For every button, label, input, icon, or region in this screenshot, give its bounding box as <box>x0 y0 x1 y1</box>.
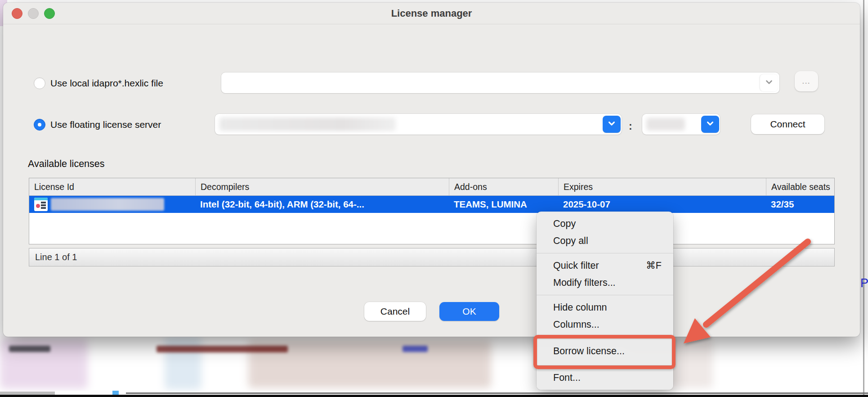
redacted-license-id <box>51 198 164 211</box>
screen-bottom-bar <box>0 395 868 397</box>
column-header-available-seats[interactable]: Available seats <box>766 178 834 195</box>
local-file-dropdown-button[interactable] <box>760 74 778 91</box>
radio-local-file-label: Use local idapro*.hexlic file <box>50 77 163 89</box>
server-host-dropdown-button[interactable] <box>603 116 621 133</box>
menu-item-copy-all[interactable]: Copy all <box>537 232 673 249</box>
cell-addons: TEAMS, LUMINA <box>449 196 558 213</box>
chevron-down-icon <box>607 118 617 130</box>
cancel-button[interactable]: Cancel <box>364 302 426 321</box>
radio-floating-server-label: Use floating license server <box>50 119 161 131</box>
browse-file-button[interactable]: ... <box>795 71 818 91</box>
chevron-down-icon <box>764 77 774 89</box>
menu-item-quick-filter[interactable]: Quick filter ⌘F <box>537 257 673 274</box>
cell-license-id <box>29 196 195 213</box>
ok-button[interactable]: OK <box>439 302 499 321</box>
annotation-highlight-box <box>533 335 676 369</box>
menu-separator <box>537 253 673 253</box>
column-header-decompilers[interactable]: Decompilers <box>195 178 449 195</box>
clipped-background-letter: P <box>860 276 868 290</box>
table-row-selected[interactable]: Intel (32-bit, 64-bit), ARM (32-bit, 64-… <box>29 196 834 213</box>
cell-available-seats: 32/35 <box>766 196 834 213</box>
column-header-expires[interactable]: Expires <box>558 178 766 195</box>
menu-separator <box>537 295 673 295</box>
titlebar[interactable]: License manager <box>3 3 860 24</box>
redacted-server-host <box>219 117 396 131</box>
redacted-server-port <box>646 118 685 131</box>
cell-decompilers: Intel (32-bit, 64-bit), ARM (32-bit, 64-… <box>195 196 449 213</box>
annotation-arrow <box>675 230 819 356</box>
server-host-combobox[interactable] <box>215 114 622 135</box>
radio-floating-server[interactable] <box>34 119 45 131</box>
window-title: License manager <box>3 8 860 19</box>
license-card-icon <box>34 198 48 211</box>
cell-expires: 2025-10-07 <box>558 196 766 213</box>
menu-item-modify-filters[interactable]: Modify filters... <box>537 274 673 291</box>
chevron-down-icon <box>705 118 715 130</box>
column-header-addons[interactable]: Add-ons <box>449 178 558 195</box>
line-count-text: Line 1 of 1 <box>35 252 77 262</box>
blurred-background-text <box>157 346 288 352</box>
menu-item-copy[interactable]: Copy <box>537 215 673 232</box>
host-port-separator: : <box>629 120 632 132</box>
server-port-dropdown-button[interactable] <box>701 116 719 133</box>
menu-item-hide-column[interactable]: Hide column <box>537 299 673 316</box>
radio-local-file[interactable] <box>34 77 45 89</box>
table-header-row: License Id Decompilers Add-ons Expires A… <box>29 178 834 196</box>
connect-button[interactable]: Connect <box>751 114 824 134</box>
blurred-background-blob <box>165 337 201 390</box>
background-divider-line <box>126 392 868 394</box>
shortcut-label: ⌘F <box>646 257 662 274</box>
background-window-edge <box>863 0 864 395</box>
ellipsis-icon: ... <box>802 77 811 85</box>
menu-item-font[interactable]: Font... <box>537 369 673 386</box>
column-header-license-id[interactable]: License Id <box>29 178 195 195</box>
blurred-background-text <box>403 346 428 352</box>
blurred-background-text <box>9 346 50 352</box>
local-file-path-input[interactable] <box>221 72 779 93</box>
menu-item-columns[interactable]: Columns... <box>537 316 673 333</box>
available-licenses-heading: Available licenses <box>28 158 105 170</box>
